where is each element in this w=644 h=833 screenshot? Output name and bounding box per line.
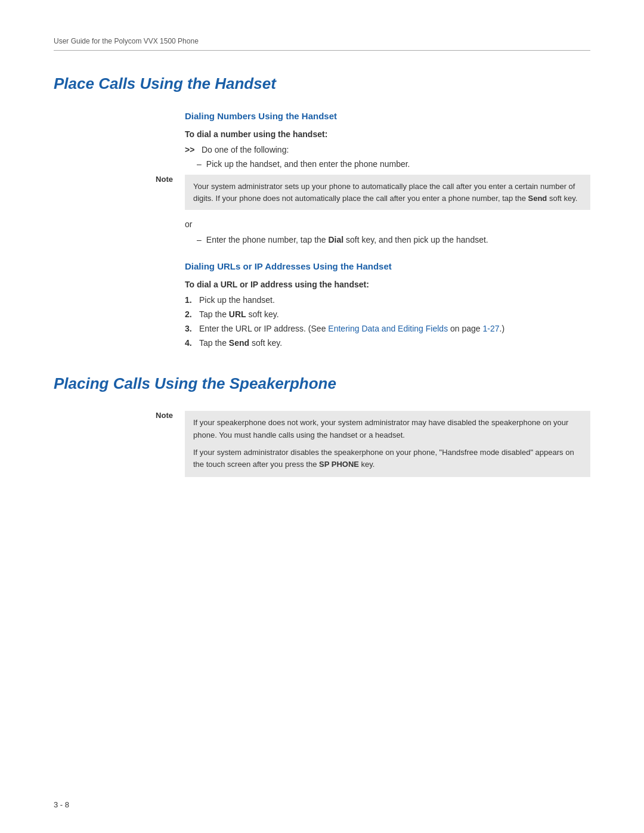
bullet-item-1: – Pick up the handset, and then enter th… xyxy=(197,159,590,169)
note-text-1: Your system administrator sets up your p… xyxy=(193,182,577,203)
note-row-1: Note Your system administrator sets up y… xyxy=(54,175,590,210)
step3-text: Enter the URL or IP address. (See Enteri… xyxy=(199,324,504,333)
numbered-list: 1. Pick up the handset. 2. Tap the URL s… xyxy=(185,295,590,348)
note-box-1: Your system administrator sets up your p… xyxy=(185,175,590,210)
section1-title: Place Calls Using the Handset xyxy=(54,75,590,93)
step4-prefix: Tap the xyxy=(199,338,229,348)
subsection2-title: Dialing URLs or IP Addresses Using the H… xyxy=(185,261,590,271)
note-paragraph-1: If your speakerphone does not work, your… xyxy=(193,417,582,442)
send-bold: Send xyxy=(229,338,249,348)
bullet-item-2: – Enter the phone number, tap the Dial s… xyxy=(197,235,590,244)
note2-suffix: key. xyxy=(359,460,375,469)
step2-prefix: Tap the xyxy=(199,309,229,319)
bullet2-suffix: soft key, and then pick up the handset. xyxy=(343,235,488,244)
step-2: 2. Tap the URL soft key. xyxy=(185,309,590,319)
arrow-block: >> Do one of the following: – Pick up th… xyxy=(185,145,590,169)
section2-title: Placing Calls Using the Speakerphone xyxy=(54,374,590,393)
arrow-text: Do one of the following: xyxy=(202,145,289,154)
step4-suffix: soft key. xyxy=(249,338,282,348)
sp-phone-bold: SP PHONE xyxy=(319,460,359,469)
page-link[interactable]: 1-27 xyxy=(483,324,500,333)
dial-bold: Dial xyxy=(329,235,344,244)
note-label-2: Note xyxy=(54,411,185,420)
subsection1-sub-title: To dial a number using the handset: xyxy=(185,129,590,139)
section-1: Place Calls Using the Handset Dialing Nu… xyxy=(54,75,590,348)
arrow-item: >> Do one of the following: xyxy=(185,145,590,154)
step-3: 3. Enter the URL or IP address. (See Ent… xyxy=(185,324,590,333)
header-bar: User Guide for the Polycom VVX 1500 Phon… xyxy=(54,36,590,51)
step-4: 4. Tap the Send soft key. xyxy=(185,338,590,348)
step3-number: 3. xyxy=(185,324,199,333)
step3-prefix: Enter the URL or IP address. (See xyxy=(199,324,328,333)
step2-text: Tap the URL soft key. xyxy=(199,309,279,319)
step1-text: Pick up the handset. xyxy=(199,295,275,305)
bullet-text-2: Enter the phone number, tap the Dial sof… xyxy=(206,235,488,244)
subsection1: Dialing Numbers Using the Handset To dia… xyxy=(54,111,590,244)
note-paragraph-2: If your system administrator disables th… xyxy=(193,447,582,472)
arrow-icon: >> xyxy=(185,145,196,154)
note2-prefix: If your system administrator disables th… xyxy=(193,448,574,469)
step3-end: .) xyxy=(500,324,505,333)
bullet2-prefix: Enter the phone number, tap the xyxy=(206,235,329,244)
dash-icon-1: – xyxy=(197,159,202,169)
page: User Guide for the Polycom VVX 1500 Phon… xyxy=(0,0,644,833)
note-send-bold: Send xyxy=(528,194,547,203)
bullet-block-2: – Enter the phone number, tap the Dial s… xyxy=(185,235,590,244)
page-number: 3 - 8 xyxy=(54,800,69,809)
subsection2-sub-title: To dial a URL or IP address using the ha… xyxy=(185,280,590,289)
note-row-2: Note If your speakerphone does not work,… xyxy=(54,411,590,477)
note-label-1: Note xyxy=(54,175,185,184)
step2-suffix: soft key. xyxy=(246,309,279,319)
step2-number: 2. xyxy=(185,309,199,319)
or-text: or xyxy=(185,219,590,229)
step-1: 1. Pick up the handset. xyxy=(185,295,590,305)
subsection2: Dialing URLs or IP Addresses Using the H… xyxy=(54,261,590,348)
step1-number: 1. xyxy=(185,295,199,305)
step3-suffix: on page xyxy=(448,324,482,333)
dash-icon-2: – xyxy=(197,235,202,244)
bullet-text-1: Pick up the handset, and then enter the … xyxy=(206,159,410,169)
note-box-2: If your speakerphone does not work, your… xyxy=(185,411,590,477)
step4-text: Tap the Send soft key. xyxy=(199,338,282,348)
entering-data-link[interactable]: Entering Data and Editing Fields xyxy=(328,324,448,333)
step4-number: 4. xyxy=(185,338,199,348)
subsection1-title: Dialing Numbers Using the Handset xyxy=(185,111,590,121)
url-bold: URL xyxy=(229,309,246,319)
header-text: User Guide for the Polycom VVX 1500 Phon… xyxy=(54,37,199,45)
section-2: Placing Calls Using the Speakerphone Not… xyxy=(54,374,590,477)
